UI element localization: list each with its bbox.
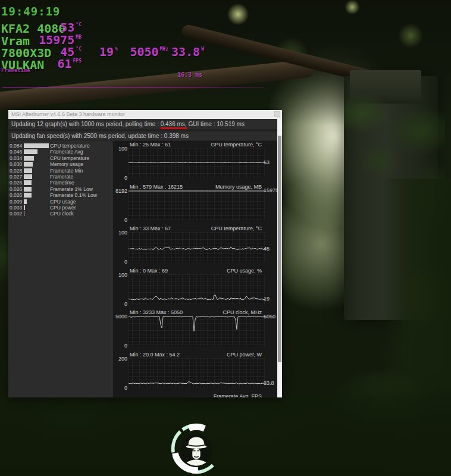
graph-minmax: Min : 3233 Max : 5050 [130, 309, 183, 315]
profiler-item[interactable]: 0.034CPU temperature [8, 155, 113, 161]
profiler-item-bar [24, 205, 25, 210]
profiler-item[interactable]: 0.009CPU usage [8, 199, 113, 205]
graph-title: CPU temperature, °C [211, 226, 262, 231]
profiler-item[interactable]: 0.026Framerate 1% Low [8, 186, 113, 192]
profiler-item-bar [24, 162, 33, 167]
graph-plot [129, 148, 265, 178]
graph-panel[interactable]: Framerate Avg, FPS2000 [113, 393, 277, 397]
osd-value: 33.8W [167, 46, 204, 58]
profiler-item[interactable]: 0.026Framerate 0.1% Low [8, 192, 113, 198]
hardware-monitor-window: MSI Afterburner v4.6.6 Beta 3 hardware m… [8, 110, 282, 397]
profiler-item-bar [24, 156, 34, 161]
monitor-main-area: 0.084GPU temperature0.046Framerate Avg0.… [8, 141, 282, 397]
graph-ymax-label: 100 [113, 146, 127, 152]
stone-pillar-capital [350, 70, 421, 104]
osd-value: 15975MB [24, 34, 82, 46]
profiler-item-time: 0.026 [10, 192, 23, 198]
graph-ymax-label: 100 [113, 272, 127, 278]
graph-plot [129, 190, 265, 221]
graph-line [129, 247, 265, 250]
graph-panel[interactable]: Min : 20.0 Max : 54.2CPU power, W200033.… [113, 351, 277, 393]
graph-current-value: 15975 [264, 187, 277, 193]
profiler-item-time: 0.084 [10, 143, 23, 149]
pillar-ivy [344, 89, 445, 268]
profiler-item-bar [24, 180, 32, 185]
graph-panel[interactable]: Min : 3233 Max : 5050CPU clock, MHz50000… [113, 309, 277, 350]
vertical-scrollbar[interactable] [277, 119, 282, 397]
osd-row: VULKAN61FPS [0, 58, 280, 71]
graph-line [129, 295, 265, 299]
graph-panel[interactable]: Min : 0 Max : 69CPU usage, %100019 [113, 267, 277, 309]
profiler-item-label: Framerate Avg [50, 149, 83, 155]
graph-current-value: 19 [264, 296, 277, 302]
graph-current-value: 33.8 [264, 380, 277, 386]
profiler-item[interactable]: 0.027Framerate [8, 174, 113, 180]
profiler-item[interactable]: 0.084GPU temperature [8, 143, 113, 149]
profiler-item[interactable]: 0.030Memory usage [8, 161, 113, 167]
profiler-item-label: Framerate [50, 174, 73, 180]
osd-clock: 19:49:19 [1, 5, 61, 18]
profiler-item-label: CPU power [50, 205, 76, 211]
profiler-item-time: 0.034 [10, 155, 23, 161]
graph-minmax: Min : 33 Max : 67 [130, 226, 171, 231]
profiler-item[interactable]: 0.002CPU clock [8, 211, 113, 217]
profiler-item-bar [24, 187, 32, 192]
profiler-item-time: 0.026 [10, 186, 23, 192]
profiler-item[interactable]: 0.046Framerate Avg [8, 149, 113, 155]
graph-ymax-label: 5000 [113, 314, 127, 320]
window-title: MSI Afterburner v4.6.6 Beta 3 hardware m… [11, 111, 125, 117]
profiler-item-bar [24, 168, 32, 173]
polling-status-line: Updating 12 graph(s) with 1000 ms period… [8, 119, 282, 129]
graph-title: CPU clock, MHz [223, 309, 262, 315]
graph-line [129, 162, 265, 162]
graph-minmax: Min : 25 Max : 61 [130, 142, 171, 148]
graph-panel[interactable]: Min : 25 Max : 61GPU temperature, °C1000… [113, 141, 277, 183]
profiler-item-time: 0.028 [10, 168, 23, 174]
graph-title: GPU temperature, °C [211, 142, 262, 148]
graph-current-value: 45 [264, 246, 277, 252]
profiler-item-time: 0.009 [10, 199, 23, 205]
profiler-item-bar [24, 174, 32, 179]
profiler-item-label: Frametime [50, 180, 74, 186]
graph-ymax-label: 8192 [113, 188, 127, 194]
profiler-item[interactable]: 0.028Framerate Min [8, 168, 113, 174]
profiler-list: 0.084GPU temperature0.046Framerate Avg0.… [8, 141, 113, 397]
right-foliage [381, 178, 451, 476]
graph-line [129, 381, 265, 384]
polling-time-underlined: 0.436 ms, [161, 121, 187, 129]
close-button[interactable] [274, 111, 280, 117]
osd-frametime-label: Frametime [1, 67, 30, 73]
profiler-item[interactable]: 0.003CPU power [8, 205, 113, 211]
profiler-item-bar [24, 149, 37, 154]
profiler-item-time: 0.027 [10, 174, 23, 180]
profiler-item-bar [24, 211, 24, 216]
graph-panel[interactable]: Min : 579 Max : 16215Memory usage, MB819… [113, 183, 277, 225]
graph-line [129, 317, 265, 331]
profiler-item-time: 0.002 [10, 211, 23, 217]
graph-minmax: Min : 20.0 Max : 54.2 [130, 352, 180, 358]
graph-title: Memory usage, MB [215, 184, 262, 190]
profiler-item-bar [24, 143, 49, 148]
profiler-item-label: CPU temperature [50, 155, 89, 161]
graph-ymin-label: 0 [113, 343, 127, 349]
profiler-item[interactable]: 0.026Frametime [8, 180, 113, 186]
profiler-item-time: 0.003 [10, 205, 23, 211]
graph-title: CPU power, W [227, 352, 262, 358]
graph-ymin-label: 0 [113, 259, 127, 265]
osd-value: 19% [89, 46, 118, 58]
scrollbar-thumb[interactable] [278, 136, 281, 362]
profiler-item-time: 0.030 [10, 161, 23, 167]
profiler-item-label: CPU clock [50, 211, 74, 217]
graph-ymin-label: 0 [113, 217, 127, 223]
graph-plot [129, 232, 265, 262]
graph-panel[interactable]: Min : 33 Max : 67CPU temperature, °C1000… [113, 225, 277, 267]
graph-plot [129, 316, 265, 346]
graph-current-value: 53 [264, 159, 277, 165]
window-titlebar[interactable]: MSI Afterburner v4.6.6 Beta 3 hardware m… [8, 110, 282, 119]
graph-ymax-label: 200 [113, 356, 127, 362]
screen: { "osd": { "time": "19:49:19", "rows": [… [0, 0, 451, 476]
graph-panels: Min : 25 Max : 61GPU temperature, °C1000… [113, 141, 277, 397]
graph-ymin-label: 0 [113, 385, 127, 391]
profiler-item-label: CPU usage [50, 199, 76, 205]
stone-pillar-ruin [344, 76, 438, 320]
